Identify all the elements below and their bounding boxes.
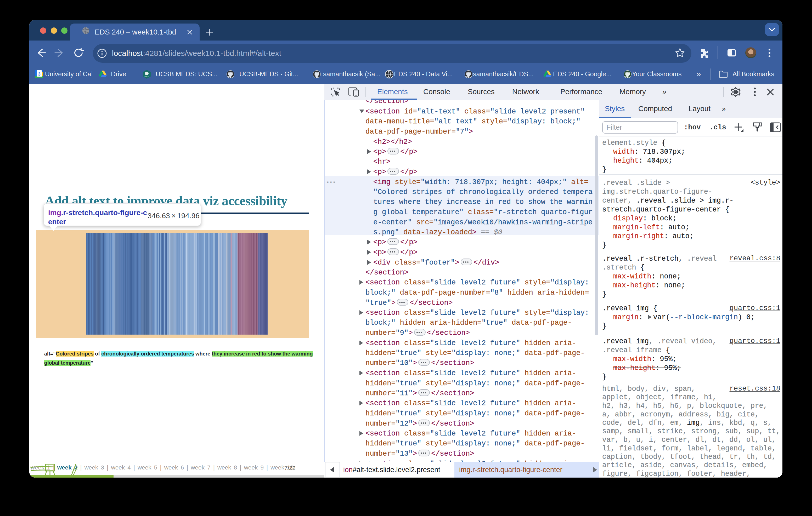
svg-text:3: 3 — [38, 72, 40, 77]
svg-text:MEDS: MEDS — [144, 75, 149, 77]
